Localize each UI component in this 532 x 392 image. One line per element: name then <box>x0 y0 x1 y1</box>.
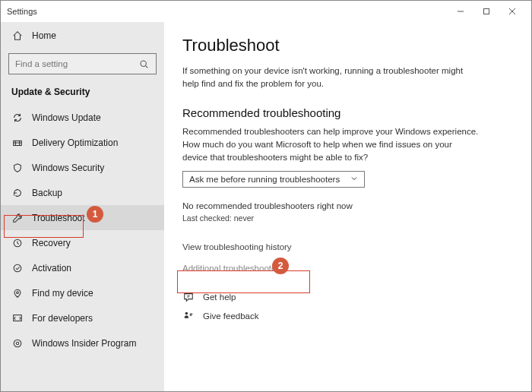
sidebar-item-delivery-optimization[interactable]: Delivery Optimization <box>1 130 164 155</box>
svg-point-11 <box>14 340 21 347</box>
insider-icon <box>11 337 23 349</box>
location-icon <box>11 287 23 299</box>
sidebar-item-label: Delivery Optimization <box>32 138 118 148</box>
page-description: If something on your device isn't workin… <box>182 65 479 90</box>
search-icon <box>138 58 150 70</box>
svg-point-9 <box>16 291 18 293</box>
sidebar-item-label: Backup <box>32 188 62 198</box>
recommended-status: No recommended troubleshooters right now <box>182 201 513 210</box>
view-history-link[interactable]: View troubleshooting history <box>182 242 513 251</box>
feedback-icon <box>182 310 194 321</box>
svg-point-4 <box>141 61 146 66</box>
minimize-button[interactable] <box>448 1 473 22</box>
sidebar-item-label: Windows Security <box>32 163 104 173</box>
get-help-label: Get help <box>203 292 236 302</box>
svg-point-13 <box>185 312 188 315</box>
sidebar-item-label: Windows Insider Program <box>32 338 136 349</box>
sidebar-item-label: Recovery <box>32 238 71 248</box>
svg-line-5 <box>146 65 148 68</box>
delivery-icon <box>11 137 23 148</box>
sidebar-item-label: Troubleshoot <box>32 213 85 223</box>
sidebar-home-label: Home <box>32 30 56 41</box>
sidebar-item-label: Windows Update <box>32 112 101 123</box>
home-icon <box>11 30 23 41</box>
shield-icon <box>11 162 23 173</box>
sidebar-item-windows-security[interactable]: Windows Security <box>1 155 164 180</box>
developers-icon <box>11 312 23 324</box>
recommended-description: Recommended troubleshooters can help imp… <box>182 125 479 163</box>
help-icon <box>182 291 194 302</box>
additional-troubleshooters-link[interactable]: Additional troubleshooters <box>182 264 513 273</box>
recovery-icon <box>11 237 23 248</box>
sidebar-category: Update & Security <box>1 81 164 105</box>
svg-rect-1 <box>484 9 489 14</box>
backup-icon <box>11 187 23 198</box>
get-help-link[interactable]: Get help <box>182 291 513 302</box>
window-title: Settings <box>7 7 37 16</box>
dropdown-value: Ask me before running troubleshooters <box>189 175 340 184</box>
sidebar-item-troubleshoot[interactable]: Troubleshoot <box>1 205 164 230</box>
last-checked-text: Last checked: never <box>182 213 513 223</box>
main-panel: Troubleshoot If something on your device… <box>164 22 531 391</box>
sidebar-item-label: For developers <box>32 313 93 324</box>
sidebar-item-activation[interactable]: Activation <box>1 255 164 280</box>
content-area: Home Update & Security Windows Update De… <box>1 22 531 391</box>
sidebar-item-for-developers[interactable]: For developers <box>1 305 164 330</box>
sidebar-item-recovery[interactable]: Recovery <box>1 230 164 255</box>
activation-icon <box>11 262 23 273</box>
troubleshoot-preference-dropdown[interactable]: Ask me before running troubleshooters <box>182 171 365 188</box>
settings-window: Settings Home Update & Security Windows … <box>0 0 532 392</box>
sidebar-item-windows-insider[interactable]: Windows Insider Program <box>1 330 164 356</box>
sidebar-item-label: Find my device <box>32 288 93 299</box>
sidebar-item-windows-update[interactable]: Windows Update <box>1 105 164 130</box>
give-feedback-link[interactable]: Give feedback <box>182 310 513 321</box>
chevron-down-icon <box>350 175 358 184</box>
sidebar-item-label: Activation <box>32 263 71 273</box>
close-button[interactable] <box>499 1 525 22</box>
give-feedback-label: Give feedback <box>203 311 259 321</box>
wrench-icon <box>11 212 23 223</box>
page-title: Troubleshoot <box>182 36 513 55</box>
sidebar-home[interactable]: Home <box>1 25 164 46</box>
maximize-button[interactable] <box>473 1 499 22</box>
titlebar: Settings <box>1 1 531 22</box>
svg-point-12 <box>16 342 19 345</box>
svg-point-8 <box>14 264 21 272</box>
recommended-heading: Recommended troubleshooting <box>182 106 513 119</box>
sidebar-item-find-my-device[interactable]: Find my device <box>1 280 164 305</box>
sync-icon <box>11 112 23 123</box>
sidebar-search[interactable] <box>8 53 157 74</box>
sidebar: Home Update & Security Windows Update De… <box>1 22 164 391</box>
sidebar-item-backup[interactable]: Backup <box>1 180 164 205</box>
search-input[interactable] <box>15 59 138 68</box>
